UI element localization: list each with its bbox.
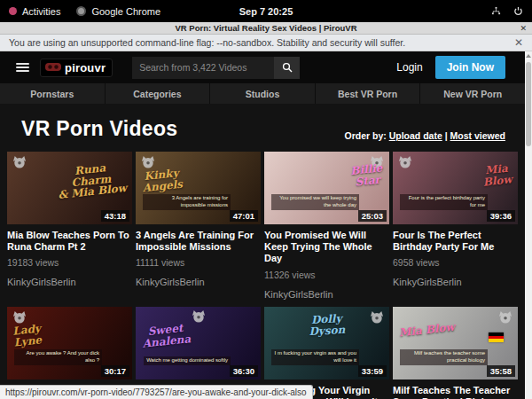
thumbnail-overlay-caption: You promised we will keep trying the who… bbox=[271, 194, 359, 210]
scrollbar[interactable] bbox=[525, 51, 532, 399]
thumbnail-overlay-name: Mia Blow bbox=[399, 321, 456, 338]
duration-badge: 43:18 bbox=[101, 210, 129, 222]
video-card[interactable]: Mia BlowFour is the perfect birthday par… bbox=[393, 152, 518, 300]
video-thumbnail[interactable]: Runa Charm & Mia Blow43:18 bbox=[7, 152, 132, 224]
video-title[interactable]: You Promised We Will Keep Trying The Who… bbox=[264, 230, 389, 265]
video-thumbnail[interactable]: Kinky Angels3 Angels are training for im… bbox=[136, 152, 261, 224]
thumbnail-overlay-name: Mia Blow bbox=[481, 162, 512, 188]
video-views: 11326 views bbox=[264, 270, 389, 280]
thumbnail-overlay-caption: I m fucking your virgin ass and you will… bbox=[271, 349, 359, 365]
search-icon bbox=[282, 62, 293, 73]
video-studio-link[interactable]: KinkyGirlsBerlin bbox=[7, 277, 132, 287]
video-title[interactable]: Milf Teaches The Teacher Some Practical … bbox=[393, 385, 518, 399]
warning-text: You are using an unsupported command-lin… bbox=[9, 37, 405, 48]
video-card[interactable]: Mia BlowMilf teaches the teacher some pr… bbox=[393, 307, 518, 399]
system-top-bar: Activities Google Chrome Sep 7 20:25 bbox=[0, 0, 532, 22]
window-title-bar: VR Porn: Virtual Reality Sex Videos | Pi… bbox=[0, 22, 532, 35]
hamburger-menu-icon[interactable] bbox=[16, 63, 29, 72]
site-header: pirouvr Login Join Now bbox=[0, 51, 525, 83]
video-views: 6958 views bbox=[393, 257, 518, 268]
page-title: VR Porn Videos bbox=[21, 117, 177, 141]
duration-badge: 47:01 bbox=[230, 210, 258, 222]
clock[interactable]: Sep 7 20:25 bbox=[0, 6, 532, 17]
video-studio-link[interactable]: KinkyGirlsBerlin bbox=[393, 277, 518, 287]
studio-cat-mask-icon bbox=[191, 309, 207, 326]
video-title[interactable]: 3 Angels Are Training For Impossible Mis… bbox=[136, 230, 261, 253]
video-grid: Runa Charm & Mia Blow43:18Mia Blow Teach… bbox=[0, 152, 525, 399]
nav-item-best-vr-porn[interactable]: Best VR Porn bbox=[316, 83, 420, 104]
order-separator: | bbox=[445, 130, 448, 141]
order-upload-date-link[interactable]: Upload date bbox=[389, 130, 442, 141]
thumbnail-overlay-name: Lady Lyne bbox=[12, 323, 43, 348]
video-card[interactable]: Billie StarYou promised we will keep try… bbox=[264, 152, 389, 300]
sandbox-warning-bar: You are using an unsupported command-lin… bbox=[0, 35, 532, 51]
duration-badge: 33:59 bbox=[358, 365, 387, 377]
thumbnail-overlay-caption: 3 Angels are training for impossible mis… bbox=[143, 194, 231, 210]
browser-viewport: pirouvr Login Join Now Pornstars Cate bbox=[0, 51, 532, 399]
video-thumbnail[interactable]: Dolly DysonI m fucking your virgin ass a… bbox=[264, 307, 389, 379]
duration-badge: 30:17 bbox=[101, 365, 129, 377]
search-button[interactable] bbox=[274, 57, 300, 79]
video-thumbnail[interactable]: Lady LyneAre you awake ? And your dick a… bbox=[7, 307, 132, 379]
video-title[interactable]: Mia Blow Teaches Porn To Runa Charm Pt 2 bbox=[7, 230, 132, 253]
nav-item-studios[interactable]: Studios bbox=[210, 83, 315, 104]
scrollbar-thumb[interactable] bbox=[526, 62, 531, 146]
main-nav: Pornstars Categories Studios Best VR Por… bbox=[0, 83, 525, 104]
video-title[interactable]: Four Is The Perfect Birthday Party For M… bbox=[393, 230, 518, 253]
video-studio-link[interactable]: KinkyGirlsBerlin bbox=[136, 277, 261, 287]
video-thumbnail[interactable]: Mia BlowMilf teaches the teacher some pr… bbox=[393, 307, 518, 379]
thumbnail-overlay-name: Billie Star bbox=[350, 162, 384, 188]
status-bar-url: https://pirouvr.com/vr-porn-video/779325… bbox=[0, 385, 313, 399]
join-now-button[interactable]: Join Now bbox=[435, 56, 505, 79]
video-card[interactable]: Runa Charm & Mia Blow43:18Mia Blow Teach… bbox=[7, 152, 132, 300]
video-thumbnail[interactable]: Billie StarYou promised we will keep try… bbox=[264, 152, 389, 224]
nav-item-categories[interactable]: Categories bbox=[106, 83, 210, 104]
thumbnail-overlay-caption: Milf teaches the teacher some practical … bbox=[400, 349, 488, 365]
german-flag-icon bbox=[489, 332, 504, 342]
video-thumbnail[interactable]: Sweet AnalenaWatch me getting dominated … bbox=[136, 307, 261, 379]
duration-badge: 25:03 bbox=[358, 210, 387, 222]
studio-cat-mask-icon bbox=[497, 310, 513, 327]
scroll-up-arrow-icon[interactable] bbox=[526, 54, 531, 58]
video-card[interactable]: Kinky Angels3 Angels are training for im… bbox=[136, 152, 261, 300]
video-views: 11111 views bbox=[136, 257, 261, 268]
nav-item-new-vr-porn[interactable]: New VR Porn bbox=[420, 83, 525, 104]
thumbnail-overlay-caption: Are you awake ? And your dick also ? bbox=[14, 349, 102, 365]
studio-cat-mask-icon bbox=[397, 155, 413, 172]
studio-cat-mask-icon bbox=[12, 155, 27, 172]
login-link[interactable]: Login bbox=[396, 61, 422, 74]
duration-badge: 39:36 bbox=[487, 210, 515, 222]
thumbnail-overlay-name: Runa Charm & Mia Blow bbox=[55, 160, 127, 201]
nav-item-pornstars[interactable]: Pornstars bbox=[0, 83, 105, 104]
site-logo[interactable]: pirouvr bbox=[40, 59, 113, 77]
order-by-label: Order by: bbox=[344, 130, 386, 141]
thumbnail-overlay-name: Kinky Angels bbox=[141, 168, 184, 194]
order-by: Order by: Upload date | Most viewed bbox=[344, 130, 505, 141]
thumbnail-overlay-name: Sweet Analena bbox=[141, 322, 192, 349]
duration-badge: 35:58 bbox=[487, 365, 515, 377]
order-most-viewed-link[interactable]: Most viewed bbox=[450, 130, 505, 141]
video-views: 19183 views bbox=[7, 257, 132, 268]
search-input[interactable] bbox=[132, 57, 274, 79]
network-icon[interactable] bbox=[491, 6, 501, 16]
warning-close-icon[interactable]: ✕ bbox=[514, 36, 523, 49]
duration-badge: 36:30 bbox=[230, 365, 258, 377]
logo-text: pirouvr bbox=[65, 61, 106, 74]
thumbnail-overlay-caption: Watch me getting dominated softly bbox=[144, 356, 231, 365]
window-close-icon[interactable]: ✕ bbox=[520, 24, 527, 33]
window-title: VR Porn: Virtual Reality Sex Videos | Pi… bbox=[0, 23, 532, 33]
vr-goggles-icon bbox=[44, 62, 62, 73]
thumbnail-overlay-caption: Four is the perfect birthday party for m… bbox=[400, 194, 488, 210]
power-icon[interactable] bbox=[513, 6, 523, 16]
video-thumbnail[interactable]: Mia BlowFour is the perfect birthday par… bbox=[393, 152, 518, 224]
desktop: Activities Google Chrome Sep 7 20:25 VR … bbox=[0, 0, 532, 399]
thumbnail-overlay-name: Dolly Dyson bbox=[264, 310, 389, 340]
video-studio-link[interactable]: KinkyGirlsBerlin bbox=[264, 289, 389, 300]
